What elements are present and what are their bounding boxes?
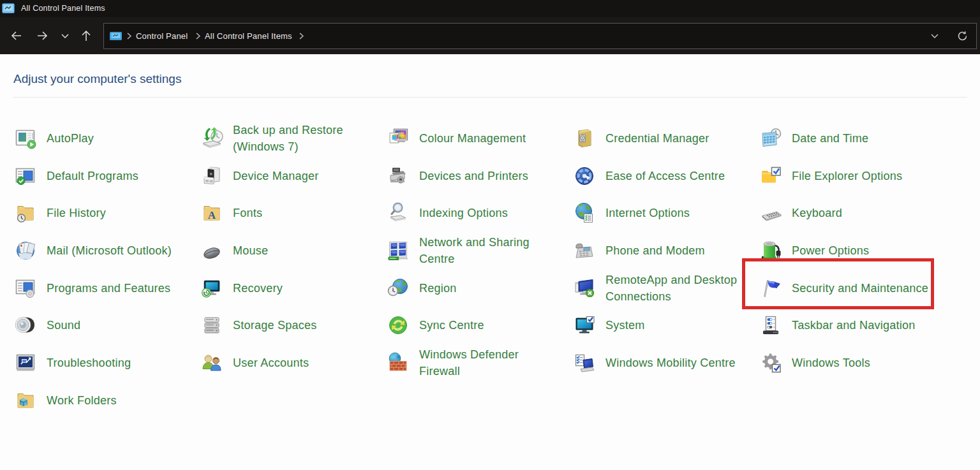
svg-text:A: A [208,209,216,221]
